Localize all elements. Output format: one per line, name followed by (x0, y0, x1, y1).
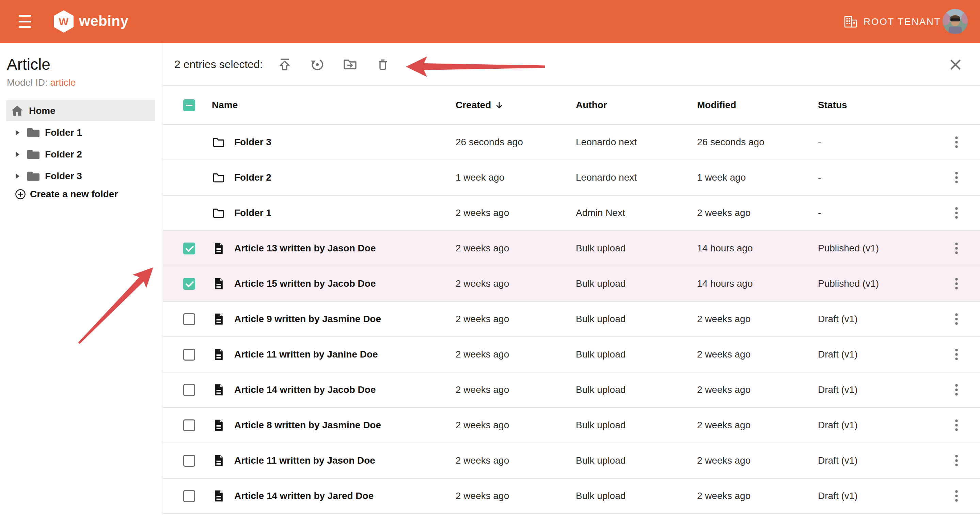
document-icon (212, 312, 234, 326)
folder-icon (27, 149, 40, 160)
webiny-admin-page: W webiny ROOT TENANT (0, 0, 980, 515)
table-row[interactable]: Article 11 written by Janine Doe 2 weeks… (163, 337, 980, 372)
table-row-selected[interactable]: Article 13 written by Jason Doe 2 weeks … (163, 231, 980, 266)
folder-outline-icon (212, 171, 234, 184)
row-checkbox[interactable] (183, 420, 195, 431)
tenant-label: ROOT TENANT (864, 16, 941, 27)
move-to-folder-icon (342, 57, 358, 72)
table-row[interactable]: Article 9 written by Jasmine Doe 2 weeks… (163, 302, 980, 337)
svg-text:W: W (59, 16, 69, 27)
folder-outline-icon (212, 206, 234, 220)
plus-circle-icon (15, 189, 26, 200)
row-menu-kebab-icon[interactable] (953, 276, 960, 291)
folder-label: Folder 1 (45, 127, 82, 138)
row-menu-kebab-icon[interactable] (953, 312, 960, 326)
table-row[interactable]: Article 14 written by Jared Doe 2 weeks … (163, 479, 980, 514)
column-header-name[interactable]: Name (212, 100, 456, 111)
row-menu-kebab-icon[interactable] (953, 135, 960, 150)
row-menu-kebab-icon[interactable] (953, 241, 960, 256)
selection-count-text: 2 entries selected: (174, 58, 263, 71)
column-header-status[interactable]: Status (818, 100, 953, 111)
sidebar-item-folder-1[interactable]: Folder 1 (0, 122, 162, 144)
table-row-folder[interactable]: Folder 2 1 week ago Leonardo next 1 week… (163, 160, 980, 196)
sidebar-item-folder-2[interactable]: Folder 2 (0, 144, 162, 165)
sidebar-item-home[interactable]: Home (6, 100, 155, 121)
close-selection-button[interactable] (950, 59, 961, 70)
row-menu-kebab-icon[interactable] (953, 488, 960, 504)
row-checkbox-checked[interactable] (183, 278, 195, 290)
top-app-bar: W webiny ROOT TENANT (0, 0, 980, 43)
document-icon (212, 277, 234, 290)
column-header-created[interactable]: Created (456, 100, 576, 111)
caret-right-icon[interactable] (16, 173, 20, 179)
close-icon (950, 59, 961, 70)
document-icon (212, 383, 234, 397)
bulk-action-icons (277, 57, 390, 72)
column-header-author[interactable]: Author (576, 100, 697, 111)
sidebar-item-folder-3[interactable]: Folder 3 (0, 165, 162, 187)
selection-toolbar: 2 entries selected: (163, 43, 980, 86)
table-row[interactable]: Article 14 written by Jacob Doe 2 weeks … (163, 372, 980, 408)
caret-right-icon[interactable] (16, 152, 20, 157)
user-avatar[interactable] (943, 9, 968, 34)
hamburger-menu-icon[interactable] (19, 15, 31, 28)
model-id-label: Model ID: (7, 77, 48, 88)
folder-outline-icon (212, 135, 234, 149)
row-menu-kebab-icon[interactable] (953, 453, 960, 468)
publish-button[interactable] (277, 57, 292, 72)
row-menu-kebab-icon[interactable] (953, 382, 960, 397)
move-to-folder-button[interactable] (342, 57, 358, 72)
model-id: Model ID: article (7, 77, 76, 88)
tenant-selector[interactable]: ROOT TENANT (844, 0, 941, 43)
avatar-photo-icon (943, 9, 968, 34)
folder-label: Folder 2 (45, 149, 82, 160)
brand-wordmark: webiny (79, 13, 128, 29)
caret-right-icon[interactable] (16, 130, 20, 135)
trash-icon (375, 57, 390, 72)
publish-icon (277, 57, 292, 72)
row-checkbox[interactable] (183, 349, 195, 361)
restore-icon (310, 57, 325, 72)
sidebar: Article Model ID: article Home Folder 1 (0, 43, 162, 515)
row-menu-kebab-icon[interactable] (953, 347, 960, 362)
document-icon (212, 489, 234, 503)
row-menu-kebab-icon[interactable] (953, 170, 960, 185)
document-icon (212, 348, 234, 361)
folder-icon (27, 170, 40, 182)
row-checkbox[interactable] (183, 455, 195, 467)
folder-tree: Folder 1 Folder 2 Folder 3 (0, 122, 162, 187)
document-icon (212, 241, 234, 255)
row-menu-kebab-icon[interactable] (953, 418, 960, 433)
table-row-selected[interactable]: Article 15 written by Jacob Doe 2 weeks … (163, 266, 980, 302)
sidebar-home-label: Home (29, 105, 56, 116)
table-row-folder[interactable]: Folder 3 26 seconds ago Leonardo next 26… (163, 125, 980, 160)
row-checkbox[interactable] (183, 313, 195, 325)
page-title: Article (7, 55, 50, 73)
row-menu-kebab-icon[interactable] (953, 206, 960, 220)
document-icon (212, 418, 234, 432)
create-folder-button[interactable]: Create a new folder (15, 189, 118, 200)
delete-button[interactable] (375, 57, 390, 72)
model-id-value[interactable]: article (50, 77, 76, 88)
row-checkbox[interactable] (183, 490, 195, 502)
select-all-checkbox[interactable] (183, 99, 195, 111)
building-icon (844, 16, 858, 28)
column-header-modified[interactable]: Modified (697, 100, 818, 111)
table-header: Name Created Author Modified Status (163, 86, 980, 125)
create-folder-label: Create a new folder (30, 189, 118, 200)
row-checkbox-checked[interactable] (183, 242, 195, 254)
arrow-down-icon (495, 100, 504, 110)
table-row[interactable]: Article 8 written by Jasmine Doe 2 weeks… (163, 408, 980, 443)
table-row[interactable]: Article 11 written by Jason Doe 2 weeks … (163, 443, 980, 479)
folder-icon (27, 127, 40, 138)
document-icon (212, 454, 234, 467)
unpublish-button[interactable] (310, 57, 325, 72)
home-icon (11, 105, 24, 116)
table-row-folder[interactable]: Folder 1 2 weeks ago Admin Next 2 weeks … (163, 196, 980, 231)
content-area: 2 entries selected: (163, 43, 980, 515)
row-checkbox[interactable] (183, 384, 195, 396)
folder-label: Folder 3 (45, 171, 82, 182)
webiny-logo-icon[interactable]: W (54, 10, 73, 33)
